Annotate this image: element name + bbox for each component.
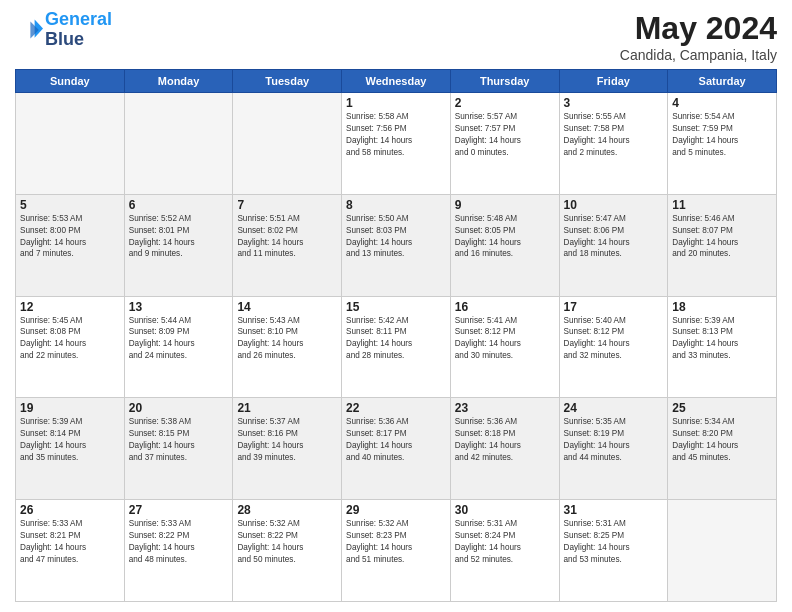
calendar-cell: 10Sunrise: 5:47 AMSunset: 8:06 PMDayligh… bbox=[559, 194, 668, 296]
day-info: Sunrise: 5:46 AMSunset: 8:07 PMDaylight:… bbox=[672, 213, 772, 261]
day-number: 24 bbox=[564, 401, 664, 415]
calendar-cell: 11Sunrise: 5:46 AMSunset: 8:07 PMDayligh… bbox=[668, 194, 777, 296]
day-number: 10 bbox=[564, 198, 664, 212]
day-header: Saturday bbox=[668, 70, 777, 93]
calendar-cell: 13Sunrise: 5:44 AMSunset: 8:09 PMDayligh… bbox=[124, 296, 233, 398]
day-header: Sunday bbox=[16, 70, 125, 93]
calendar-cell: 24Sunrise: 5:35 AMSunset: 8:19 PMDayligh… bbox=[559, 398, 668, 500]
location: Candida, Campania, Italy bbox=[620, 47, 777, 63]
month-title: May 2024 bbox=[620, 10, 777, 47]
calendar-row: 26Sunrise: 5:33 AMSunset: 8:21 PMDayligh… bbox=[16, 500, 777, 602]
day-info: Sunrise: 5:45 AMSunset: 8:08 PMDaylight:… bbox=[20, 315, 120, 363]
calendar-cell: 19Sunrise: 5:39 AMSunset: 8:14 PMDayligh… bbox=[16, 398, 125, 500]
calendar-cell: 27Sunrise: 5:33 AMSunset: 8:22 PMDayligh… bbox=[124, 500, 233, 602]
day-info: Sunrise: 5:40 AMSunset: 8:12 PMDaylight:… bbox=[564, 315, 664, 363]
calendar-row: 5Sunrise: 5:53 AMSunset: 8:00 PMDaylight… bbox=[16, 194, 777, 296]
day-info: Sunrise: 5:36 AMSunset: 8:17 PMDaylight:… bbox=[346, 416, 446, 464]
day-number: 14 bbox=[237, 300, 337, 314]
day-number: 11 bbox=[672, 198, 772, 212]
calendar-cell bbox=[668, 500, 777, 602]
day-info: Sunrise: 5:52 AMSunset: 8:01 PMDaylight:… bbox=[129, 213, 229, 261]
day-number: 7 bbox=[237, 198, 337, 212]
calendar-cell: 5Sunrise: 5:53 AMSunset: 8:00 PMDaylight… bbox=[16, 194, 125, 296]
calendar-header-row: SundayMondayTuesdayWednesdayThursdayFrid… bbox=[16, 70, 777, 93]
day-info: Sunrise: 5:34 AMSunset: 8:20 PMDaylight:… bbox=[672, 416, 772, 464]
day-info: Sunrise: 5:53 AMSunset: 8:00 PMDaylight:… bbox=[20, 213, 120, 261]
calendar-cell: 7Sunrise: 5:51 AMSunset: 8:02 PMDaylight… bbox=[233, 194, 342, 296]
calendar-cell: 18Sunrise: 5:39 AMSunset: 8:13 PMDayligh… bbox=[668, 296, 777, 398]
calendar-cell: 14Sunrise: 5:43 AMSunset: 8:10 PMDayligh… bbox=[233, 296, 342, 398]
day-number: 22 bbox=[346, 401, 446, 415]
calendar-cell: 23Sunrise: 5:36 AMSunset: 8:18 PMDayligh… bbox=[450, 398, 559, 500]
day-number: 16 bbox=[455, 300, 555, 314]
day-number: 2 bbox=[455, 96, 555, 110]
day-info: Sunrise: 5:57 AMSunset: 7:57 PMDaylight:… bbox=[455, 111, 555, 159]
day-header: Tuesday bbox=[233, 70, 342, 93]
day-number: 20 bbox=[129, 401, 229, 415]
day-info: Sunrise: 5:43 AMSunset: 8:10 PMDaylight:… bbox=[237, 315, 337, 363]
day-header: Friday bbox=[559, 70, 668, 93]
day-number: 30 bbox=[455, 503, 555, 517]
day-info: Sunrise: 5:36 AMSunset: 8:18 PMDaylight:… bbox=[455, 416, 555, 464]
day-number: 26 bbox=[20, 503, 120, 517]
day-number: 8 bbox=[346, 198, 446, 212]
day-info: Sunrise: 5:48 AMSunset: 8:05 PMDaylight:… bbox=[455, 213, 555, 261]
calendar-cell: 31Sunrise: 5:31 AMSunset: 8:25 PMDayligh… bbox=[559, 500, 668, 602]
calendar-cell: 21Sunrise: 5:37 AMSunset: 8:16 PMDayligh… bbox=[233, 398, 342, 500]
day-info: Sunrise: 5:51 AMSunset: 8:02 PMDaylight:… bbox=[237, 213, 337, 261]
calendar-cell: 28Sunrise: 5:32 AMSunset: 8:22 PMDayligh… bbox=[233, 500, 342, 602]
day-info: Sunrise: 5:35 AMSunset: 8:19 PMDaylight:… bbox=[564, 416, 664, 464]
calendar-cell: 2Sunrise: 5:57 AMSunset: 7:57 PMDaylight… bbox=[450, 93, 559, 195]
day-number: 9 bbox=[455, 198, 555, 212]
logo-text: General Blue bbox=[45, 10, 112, 50]
calendar-cell: 16Sunrise: 5:41 AMSunset: 8:12 PMDayligh… bbox=[450, 296, 559, 398]
calendar: SundayMondayTuesdayWednesdayThursdayFrid… bbox=[15, 69, 777, 602]
day-number: 15 bbox=[346, 300, 446, 314]
calendar-cell: 1Sunrise: 5:58 AMSunset: 7:56 PMDaylight… bbox=[342, 93, 451, 195]
day-number: 4 bbox=[672, 96, 772, 110]
calendar-cell: 26Sunrise: 5:33 AMSunset: 8:21 PMDayligh… bbox=[16, 500, 125, 602]
logo-icon bbox=[15, 16, 43, 44]
calendar-cell bbox=[233, 93, 342, 195]
calendar-cell bbox=[16, 93, 125, 195]
day-number: 31 bbox=[564, 503, 664, 517]
day-header: Wednesday bbox=[342, 70, 451, 93]
day-info: Sunrise: 5:39 AMSunset: 8:14 PMDaylight:… bbox=[20, 416, 120, 464]
day-info: Sunrise: 5:32 AMSunset: 8:23 PMDaylight:… bbox=[346, 518, 446, 566]
day-info: Sunrise: 5:54 AMSunset: 7:59 PMDaylight:… bbox=[672, 111, 772, 159]
day-number: 13 bbox=[129, 300, 229, 314]
calendar-cell: 15Sunrise: 5:42 AMSunset: 8:11 PMDayligh… bbox=[342, 296, 451, 398]
logo: General Blue bbox=[15, 10, 112, 50]
day-number: 3 bbox=[564, 96, 664, 110]
day-info: Sunrise: 5:37 AMSunset: 8:16 PMDaylight:… bbox=[237, 416, 337, 464]
day-number: 6 bbox=[129, 198, 229, 212]
day-info: Sunrise: 5:44 AMSunset: 8:09 PMDaylight:… bbox=[129, 315, 229, 363]
day-info: Sunrise: 5:58 AMSunset: 7:56 PMDaylight:… bbox=[346, 111, 446, 159]
day-info: Sunrise: 5:32 AMSunset: 8:22 PMDaylight:… bbox=[237, 518, 337, 566]
day-info: Sunrise: 5:47 AMSunset: 8:06 PMDaylight:… bbox=[564, 213, 664, 261]
page: General Blue May 2024 Candida, Campania,… bbox=[0, 0, 792, 612]
day-header: Monday bbox=[124, 70, 233, 93]
day-info: Sunrise: 5:55 AMSunset: 7:58 PMDaylight:… bbox=[564, 111, 664, 159]
calendar-cell: 3Sunrise: 5:55 AMSunset: 7:58 PMDaylight… bbox=[559, 93, 668, 195]
calendar-cell: 12Sunrise: 5:45 AMSunset: 8:08 PMDayligh… bbox=[16, 296, 125, 398]
calendar-cell: 4Sunrise: 5:54 AMSunset: 7:59 PMDaylight… bbox=[668, 93, 777, 195]
day-number: 19 bbox=[20, 401, 120, 415]
day-number: 1 bbox=[346, 96, 446, 110]
day-info: Sunrise: 5:41 AMSunset: 8:12 PMDaylight:… bbox=[455, 315, 555, 363]
day-number: 23 bbox=[455, 401, 555, 415]
calendar-cell: 6Sunrise: 5:52 AMSunset: 8:01 PMDaylight… bbox=[124, 194, 233, 296]
calendar-body: 1Sunrise: 5:58 AMSunset: 7:56 PMDaylight… bbox=[16, 93, 777, 602]
day-info: Sunrise: 5:39 AMSunset: 8:13 PMDaylight:… bbox=[672, 315, 772, 363]
header: General Blue May 2024 Candida, Campania,… bbox=[15, 10, 777, 63]
calendar-cell bbox=[124, 93, 233, 195]
day-number: 28 bbox=[237, 503, 337, 517]
calendar-cell: 17Sunrise: 5:40 AMSunset: 8:12 PMDayligh… bbox=[559, 296, 668, 398]
day-info: Sunrise: 5:50 AMSunset: 8:03 PMDaylight:… bbox=[346, 213, 446, 261]
day-number: 29 bbox=[346, 503, 446, 517]
day-info: Sunrise: 5:38 AMSunset: 8:15 PMDaylight:… bbox=[129, 416, 229, 464]
day-info: Sunrise: 5:31 AMSunset: 8:24 PMDaylight:… bbox=[455, 518, 555, 566]
calendar-row: 19Sunrise: 5:39 AMSunset: 8:14 PMDayligh… bbox=[16, 398, 777, 500]
calendar-cell: 25Sunrise: 5:34 AMSunset: 8:20 PMDayligh… bbox=[668, 398, 777, 500]
day-number: 27 bbox=[129, 503, 229, 517]
